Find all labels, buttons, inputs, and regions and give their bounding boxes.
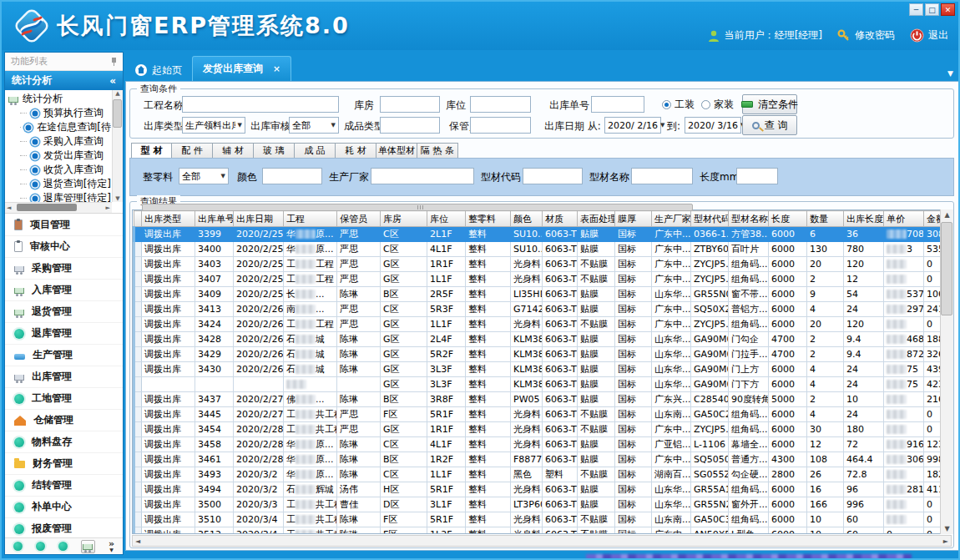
collapse-icon[interactable]: « <box>109 75 116 87</box>
table-row[interactable]: 调拨出库35122020/3/4工共工程陈琳F区1L2F整料光身料6063-T5… <box>134 527 944 535</box>
sidebar-section-header[interactable]: 统计分析 « <box>5 71 123 90</box>
column-header-表面处理[interactable]: 表面处理 <box>578 211 615 227</box>
more-buttons-chevron[interactable]: »▼ <box>109 541 114 552</box>
clear-conditions-button[interactable]: 清空条件 <box>742 94 797 114</box>
scroll-left-icon[interactable]: ◄ <box>135 537 140 545</box>
sidebar-item-退库管理[interactable]: 退库管理 <box>5 322 123 344</box>
column-header-库位[interactable]: 库位 <box>427 211 466 227</box>
tree-item-收货入库查询[interactable]: 收货入库查询 <box>8 163 111 177</box>
sidebar-item-报废管理[interactable]: 报废管理 <box>5 517 123 537</box>
sidebar-item-项目管理[interactable]: 项目管理 <box>5 214 123 235</box>
tree-item-退库管理[待定][interactable]: 退库管理[待定] <box>8 191 111 202</box>
sidebar-item-结转管理[interactable]: 结转管理 <box>5 474 123 496</box>
location-input[interactable] <box>470 96 531 113</box>
column-header-出库单号[interactable]: 出库单号 <box>195 211 234 227</box>
length-input[interactable] <box>736 168 778 184</box>
table-row[interactable]: 调拨出库34542020/2/28工共工程严思G区1R1F整料光身料6063-T… <box>134 422 944 437</box>
column-header-膜厚[interactable]: 膜厚 <box>615 211 652 227</box>
tree-root[interactable]: 统计分析 <box>8 92 111 106</box>
tree-item-预算执行查询[interactable]: 预算执行查询 <box>8 106 111 120</box>
table-row[interactable]: 调拨出库34072020/2/25工工程严思G区1L1F整料光身料6063-T5… <box>134 272 944 287</box>
tree-item-发货出库查询[interactable]: 发货出库查询 <box>8 149 111 163</box>
sidebar-item-工地管理[interactable]: 工地管理 <box>5 387 123 409</box>
material-tab-配件[interactable]: 配 件 <box>172 143 213 159</box>
keeper-input[interactable] <box>470 117 531 134</box>
table-row[interactable]: 调拨出库34242020/2/26工工程严思G区1L1F整料光身料6063-T5… <box>134 317 944 332</box>
sidebar-item-采购管理[interactable]: 采购管理 <box>5 257 123 279</box>
tab-overflow-icon[interactable]: ▼ <box>947 69 960 81</box>
sidebar-item-退货管理[interactable]: 退货管理 <box>5 300 123 322</box>
column-header-出库日期[interactable]: 出库日期 <box>234 211 284 227</box>
table-row[interactable]: 调拨出库34282020/2/26石城陈琳G区2L4F整料KLM38176063… <box>134 332 944 347</box>
table-row[interactable]: 调拨出库34612020/2/28华原...陈琳B区1R2F整料F8877FT6… <box>134 452 944 467</box>
grid-hscroll-thumb[interactable] <box>142 204 693 211</box>
scroll-left-icon[interactable]: ◄ <box>7 204 11 211</box>
project-name-input[interactable] <box>182 96 339 113</box>
tab-起始页[interactable]: 起始页 <box>125 59 192 81</box>
date-from-select[interactable]: 2020/ 2/16▼ <box>604 117 661 134</box>
tree-item-在途信息查询[待[interactable]: 在途信息查询[待 <box>8 120 111 134</box>
column-header-型材代码[interactable]: 型材代码 <box>691 211 729 227</box>
profile-code-input[interactable] <box>523 168 583 184</box>
sidebar-item-仓储管理[interactable]: 仓储管理 <box>5 409 123 431</box>
profile-name-input[interactable] <box>631 168 693 184</box>
table-row[interactable]: 调拨出库35102020/3/4工共工程陈琳F区5R1F整料光身料6063-T5… <box>134 512 944 527</box>
logout-button[interactable]: 退出 <box>910 28 948 43</box>
date-to-select[interactable]: 2020/ 3/16▼ <box>685 117 741 134</box>
search-button[interactable]: 查 询 <box>742 115 797 135</box>
column-header-出库类型[interactable]: 出库类型 <box>142 211 195 227</box>
out-type-select[interactable]: 生产领料出库▼ <box>182 117 245 134</box>
scroll-up-icon[interactable]: ▲ <box>944 211 949 219</box>
tree-item-退货查询[待定][interactable]: 退货查询[待定] <box>8 177 111 191</box>
table-row[interactable]: 调拨出库34452020/2/27工共工程严思F区5R1F整料光身料6063-T… <box>134 407 944 422</box>
table-row[interactable]: 调拨出库34582020/2/28华原...陈琳C区4L1F整料光身料6063-… <box>134 437 944 452</box>
sidebar-item-补单中心[interactable]: 补单中心 <box>5 496 123 517</box>
table-row[interactable]: 调拨出库34132020/2/26南...严思C区5R3F整料G71422606… <box>134 302 944 317</box>
table-row[interactable]: 调拨出库34002020/2/25华原...严思C区4L1F整料SU10...6… <box>134 242 944 257</box>
audit-select[interactable]: 全部▼ <box>289 117 339 134</box>
column-header-型材名称[interactable]: 型材名称 <box>729 211 769 227</box>
sidebar-item-出库管理[interactable]: 出库管理 <box>5 366 123 387</box>
material-tab-隔热条[interactable]: 隔 热 条 <box>417 143 458 159</box>
table-row[interactable]: 调拨出库34932020/3/2华原...陈琳C区1L1F整料黑色塑料不贴膜国标… <box>134 467 944 482</box>
table-row[interactable]: 调拨出库34302020/2/26石城陈琳G区3L3F整料KLM38176063… <box>134 362 944 377</box>
scroll-down-icon[interactable]: ▼ <box>115 195 119 202</box>
column-header-颜色[interactable]: 颜色 <box>511 211 543 227</box>
pane-circle-icon[interactable] <box>36 542 45 551</box>
change-password-button[interactable]: 修改密码 <box>837 28 895 43</box>
sidebar-item-物料盘存[interactable]: 物料盘存 <box>5 431 123 452</box>
sidebar-item-审核中心[interactable]: 审核中心 <box>5 235 123 257</box>
tree-vscroll-thumb[interactable] <box>113 99 122 128</box>
table-row[interactable]: 调拨出库33992020/2/25华原...严思C区2L1F整料SU10...6… <box>134 227 944 242</box>
sidebar-item-财务管理[interactable]: 财务管理 <box>5 452 123 474</box>
column-header-生产厂家[interactable]: 生产厂家 <box>652 211 691 227</box>
tree-hscroll-thumb[interactable] <box>17 204 77 211</box>
tab-发货出库查询[interactable]: 发货出库查询× <box>192 56 291 81</box>
table-row[interactable]: 调拨出库34092020/2/25长...陈琳B区2R5F整料LI35HD606… <box>134 287 944 302</box>
table-row[interactable]: 调拨出库35002020/3/3工共工程曹佳D区3L1F整料LT3P606063… <box>134 497 944 512</box>
column-header-材质[interactable]: 材质 <box>543 211 578 227</box>
column-header-数量[interactable]: 数量 <box>807 211 844 227</box>
warehouse-input[interactable] <box>380 96 440 113</box>
maximize-button[interactable]: □ <box>925 3 939 16</box>
order-no-input[interactable] <box>591 96 644 113</box>
table-row[interactable]: 调拨出库34292020/2/26石城陈琳G区5R2F整料KLM38176063… <box>134 347 944 362</box>
column-header-整零料[interactable]: 整零料 <box>466 211 511 227</box>
minimize-button[interactable]: ─ <box>909 3 923 16</box>
scroll-right-icon[interactable]: ► <box>106 204 110 211</box>
scroll-right-icon[interactable]: ► <box>943 537 948 545</box>
tab-close-icon[interactable]: × <box>273 63 280 74</box>
color-input[interactable] <box>262 168 322 184</box>
pane-circle-icon[interactable] <box>58 542 68 551</box>
material-tab-成品[interactable]: 成 品 <box>295 143 336 159</box>
pane-circle-icon[interactable] <box>13 542 23 551</box>
table-row[interactable]: G区3L3F整料KLM38176063-T5贴膜国标山东华...GA90M09.… <box>134 377 944 392</box>
grid-horizontal-scrollbar[interactable]: ◄ ► <box>132 535 952 547</box>
pane-cart-button[interactable] <box>81 540 95 553</box>
material-tab-单体型材[interactable]: 单体型材 <box>376 143 417 159</box>
radio-home-install[interactable]: 家装 <box>701 98 734 112</box>
table-row[interactable]: 调拨出库34372020/2/27佛...陈琳B区3R8F整料PW056063-… <box>134 392 944 407</box>
tree-item-采购入库查询[interactable]: 采购入库查询 <box>8 134 111 149</box>
sidebar-item-生产管理[interactable]: 生产管理 <box>5 344 123 366</box>
material-tab-耗材[interactable]: 耗 材 <box>336 143 376 159</box>
